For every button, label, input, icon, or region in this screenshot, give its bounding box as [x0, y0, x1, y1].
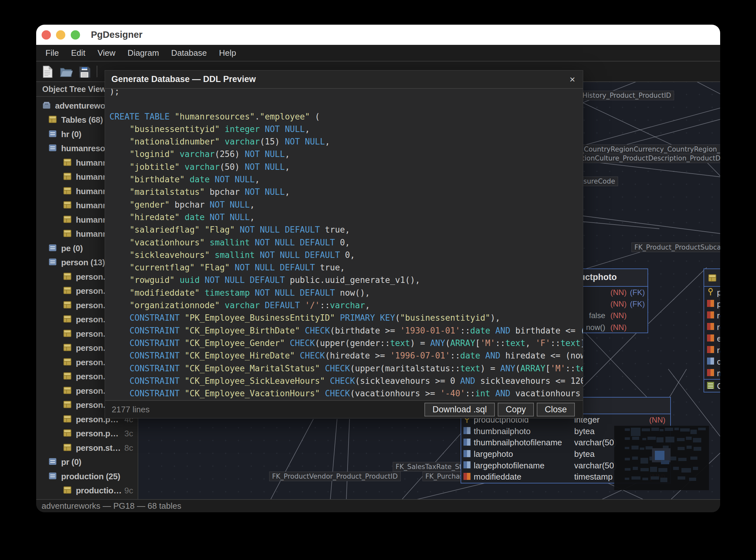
table-icon: [63, 229, 72, 239]
dialog-header[interactable]: Generate Database — DDL Preview ×: [105, 71, 583, 89]
code-line: "salariedflag" "Flag" NOT NULL DEFAULT t…: [109, 224, 583, 236]
minimap-table-box: [677, 476, 685, 480]
code-line: "businessentityid" integer NOT NULL,: [109, 123, 583, 136]
open-folder-icon: [59, 65, 73, 79]
minimap-table-box: [694, 447, 701, 451]
menu-item-help[interactable]: Help: [219, 48, 236, 58]
menu-item-view[interactable]: View: [98, 48, 115, 58]
copy-button[interactable]: Copy: [498, 403, 534, 417]
menu-item-file[interactable]: File: [45, 48, 59, 58]
table-node-productreview[interactable]: productreviewproductreviewidintegerprodu…: [704, 268, 720, 393]
column-count-badge: 3c: [122, 429, 133, 439]
minimap-table-box: [658, 468, 667, 472]
schema-icon: [48, 243, 57, 254]
schema-icon: [48, 129, 57, 139]
table-icon: [63, 400, 72, 410]
minimap-table-box: [640, 458, 648, 464]
minimap-table-box: [632, 437, 639, 440]
table-icon: [63, 343, 72, 353]
minimap-table-box: [631, 476, 640, 480]
menu-item-diagram[interactable]: Diagram: [128, 48, 159, 58]
fk-relationship-label: FK_CountryRegionCurrency_CountryRegion_C…: [569, 144, 720, 154]
open-file-button[interactable]: [59, 65, 73, 79]
foreign-key-flag: (FK): [630, 288, 644, 297]
not-null-column-icon: [707, 345, 714, 355]
app-window: PgDesigner FileEditViewDiagramDatabaseHe…: [36, 25, 720, 512]
table-icon: [63, 272, 72, 282]
minimap-table-box: [650, 467, 657, 472]
code-line: CONSTRAINT "CK_Employee_HireDate" CHECK(…: [109, 349, 583, 362]
code-line: CONSTRAINT "CK_Employee_VacationHours" C…: [109, 387, 583, 400]
minimap-table-box: [665, 428, 673, 431]
code-line: "organizationnode" varchar DEFAULT '/'::…: [109, 299, 583, 312]
table-icon: [63, 315, 72, 324]
new-file-icon: [41, 65, 54, 79]
menu-item-edit[interactable]: Edit: [71, 48, 85, 58]
column-row: reviewernamevarchar(50): [704, 310, 720, 321]
close-button[interactable]: Close: [537, 403, 575, 417]
column-type: bytea: [574, 449, 595, 459]
column-row: modifieddatetimestamp: [704, 367, 720, 379]
traffic-light-minimize-button[interactable]: [56, 30, 65, 39]
foreign-key-flag: (FK): [630, 300, 644, 308]
column-row: emailaddressvarchar(50): [704, 333, 720, 344]
tree-item-label: hr (0): [61, 129, 81, 139]
column-name: largephoto: [474, 449, 574, 459]
new-file-button[interactable]: [41, 65, 54, 79]
table-icon: [63, 201, 72, 211]
table-icon: [63, 358, 72, 367]
column-row: commentsvarchar(3850): [704, 356, 720, 367]
not-null-flag: (NN): [610, 323, 628, 332]
minimap-table-box: [673, 467, 679, 470]
download-sql-button[interactable]: Download .sql: [424, 403, 495, 417]
table-icon: [63, 443, 72, 453]
constraint-name: CK_ProductReview_Rating: [717, 381, 720, 391]
menu-item-database[interactable]: Database: [171, 48, 207, 58]
tree-row[interactable]: production.billofmaterials9c: [36, 484, 138, 498]
tree-row[interactable]: person.stateprovince8c: [36, 441, 138, 455]
column-type: bytea: [574, 426, 595, 436]
code-line: "rowguid" uuid NOT NULL DEFAULT public.u…: [109, 274, 583, 286]
table-icon: [63, 286, 72, 296]
table-node-header: productreview: [704, 269, 720, 287]
column-name: rating: [717, 345, 720, 355]
code-line: CONSTRAINT "CK_Employee_Gender" CHECK(up…: [109, 337, 583, 349]
traffic-light-zoom-button[interactable]: [71, 30, 80, 39]
tree-item-label: Tables (68): [61, 115, 103, 125]
code-line: CONSTRAINT "CK_Employee_SickLeaveHours" …: [109, 375, 583, 387]
table-icon: [63, 215, 72, 225]
ddl-preview-dialog: Generate Database — DDL Preview × ); CRE…: [105, 70, 583, 418]
primary-key-icon: [707, 288, 714, 297]
minimap-table-box: [656, 437, 664, 442]
not-null-column-icon: [707, 334, 714, 343]
tree-item-label: pe (0): [61, 243, 83, 254]
tree-row[interactable]: pr (0): [36, 455, 138, 469]
minimap-table-box: [677, 447, 685, 450]
schema-icon: [48, 143, 57, 154]
tree-row[interactable]: person.phonenumbertype3c: [36, 427, 138, 441]
code-line: "maritalstatus" bpchar NOT NULL,: [109, 186, 583, 198]
table-icon: [708, 274, 717, 283]
save-button[interactable]: [78, 65, 91, 79]
column-count-badge: 9c: [122, 486, 133, 496]
not-null-flag: (NN): [649, 416, 666, 424]
minimap-table-box: [643, 438, 646, 440]
tree-item-label: production (25): [61, 472, 120, 481]
minimap-overview[interactable]: [614, 426, 709, 490]
line-count-label: 2177 lines: [112, 405, 150, 415]
window-titlebar[interactable]: PgDesigner: [36, 25, 720, 45]
dialog-close-icon[interactable]: ×: [569, 71, 575, 88]
column-count-badge: 8c: [122, 443, 133, 453]
minimap-table-box: [693, 467, 698, 470]
table-icon: [63, 158, 72, 168]
minimap-current-table-2: [661, 460, 669, 464]
code-line: "modifieddate" timestamp NOT NULL DEFAUL…: [109, 287, 583, 299]
minimap-table-box: [666, 437, 674, 442]
tree-row[interactable]: production (25): [36, 469, 138, 483]
table-icon: [63, 429, 72, 439]
code-line: "currentflag" "Flag" NOT NULL DEFAULT tr…: [109, 261, 583, 274]
not-null-column-icon: [707, 299, 714, 309]
database-icon: [42, 101, 51, 111]
ddl-code-view[interactable]: ); CREATE TABLE "humanresources"."employ…: [105, 89, 583, 401]
traffic-light-close-button[interactable]: [42, 30, 51, 39]
